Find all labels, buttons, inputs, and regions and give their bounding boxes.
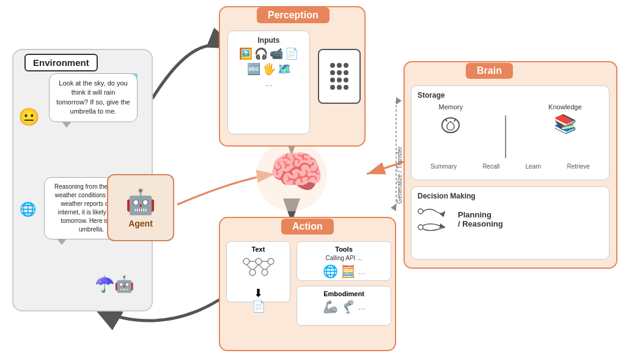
action-title: Action (281, 219, 334, 235)
svg-point-22 (418, 225, 423, 230)
knowledge-label: Knowledge (548, 103, 581, 111)
svg-point-11 (268, 258, 274, 264)
embodiment-label: Embodiment (301, 290, 387, 297)
text-output-box: Text ⬇ 📄 (226, 241, 290, 302)
svg-line-23 (439, 225, 445, 227)
network-icon (230, 255, 286, 284)
person-icon: 😐 (18, 107, 40, 127)
encoder-dot (330, 78, 335, 82)
memory-item: Memory (438, 103, 463, 142)
hand-icon: 🖐️ (262, 62, 276, 76)
agent-label: Agent (128, 219, 153, 228)
mechanical-arm-icon: 🦿 (341, 299, 356, 314)
memory-label: Memory (439, 103, 463, 111)
inputs-dots: ... (233, 78, 304, 88)
text-doc-icon: 📄 (230, 300, 286, 313)
video-icon: 📹 (270, 47, 283, 60)
encoder-dot (337, 70, 342, 75)
svg-point-20 (418, 209, 423, 214)
tools-icons-row: 🌐 🧮 ... (301, 264, 387, 278)
brain-title: Brain (466, 63, 513, 79)
encoder-dot (344, 85, 348, 90)
storage-items: Memory Knowledge 📚 (418, 103, 603, 158)
headphones-icon: 🎧 (254, 47, 268, 60)
reasoning-text: / Reasoning (458, 219, 503, 228)
svg-point-9 (243, 258, 249, 264)
web-icon: 🌐 (20, 202, 36, 217)
planning-reasoning-text: Planning / Reasoning (458, 210, 503, 228)
storage-box: Storage Memory Knowledge 📚 (411, 86, 609, 180)
image-icon: 🖼️ (239, 47, 252, 60)
svg-point-13 (262, 269, 268, 275)
svg-line-19 (266, 264, 271, 269)
robot-arm-icon: 🦾 (323, 299, 338, 314)
decision-box: Decision Making (411, 186, 609, 260)
decision-icons (418, 205, 448, 233)
encoder-dot (344, 78, 348, 82)
summary-label: Summary (430, 163, 457, 170)
generalize-arrow (390, 95, 402, 214)
inputs-icons: 🖼️ 🎧 📹 📄 🔤 🖐️ 🗺️ (233, 47, 304, 76)
svg-line-17 (254, 264, 259, 269)
perception-title: Perception (257, 7, 330, 23)
svg-line-24 (439, 227, 445, 229)
encoder-dot (337, 85, 342, 90)
svg-line-16 (246, 264, 251, 269)
agent-box: 🤖 Agent (107, 174, 174, 241)
storage-label: Storage (418, 91, 603, 100)
encoder-row-3 (330, 78, 348, 82)
memory-icon (438, 113, 463, 142)
brain-center-icon: 🧠 (269, 150, 324, 194)
storage-divider (505, 115, 506, 158)
tools-icons: Calling API ... (301, 255, 387, 261)
text-output-label: Text (230, 246, 286, 253)
text-down-arrow: ⬇ (230, 286, 286, 300)
encoder-row-2 (330, 70, 348, 75)
encoder-dot (344, 63, 348, 68)
planning-icon-row (418, 205, 448, 217)
encoder-row-4 (330, 85, 348, 90)
recall-label: Recall (482, 163, 499, 170)
inputs-label: Inputs (233, 36, 304, 45)
reasoning-icon-row (418, 221, 448, 233)
knowledge-icon: 📚 (554, 113, 576, 134)
encoder-dot (330, 85, 335, 90)
encoder-dot (337, 78, 342, 82)
decision-content: Planning / Reasoning (418, 205, 603, 233)
calling-api-text: Calling API ... (325, 255, 362, 261)
tools-label: Tools (301, 246, 387, 253)
encoder-dot (330, 63, 335, 68)
decision-label: Decision Making (418, 192, 603, 200)
encoder-dot (344, 70, 348, 75)
encoder-dot (330, 70, 335, 75)
calc-tool-icon: 🧮 (341, 264, 356, 278)
diagram-container: Environment 😐 Look at the sky, do you th… (0, 0, 626, 364)
encoder-box (318, 49, 361, 104)
learn-label: Learn (526, 163, 542, 170)
agent-robot-icon: 🤖 (125, 187, 156, 216)
svg-point-12 (249, 269, 256, 275)
map-icon: 🗺️ (278, 62, 291, 76)
svg-line-18 (259, 264, 263, 269)
tools-dots: ... (358, 266, 366, 276)
speech-bubble-1: Look at the sky, do you think it will ra… (49, 73, 138, 122)
globe-tool-icon: 🌐 (323, 264, 338, 278)
embodiment-icons: 🦾 🦿 ... (301, 299, 387, 314)
text-icon: 🔤 (247, 62, 260, 76)
planning-text: Planning (458, 210, 503, 219)
knowledge-item: Knowledge 📚 (548, 103, 581, 134)
encoder-dot (337, 63, 342, 68)
inputs-box: Inputs 🖼️ 🎧 📹 📄 🔤 🖐️ 🗺️ ... (227, 31, 310, 134)
embodiment-dots: ... (358, 302, 366, 311)
svg-point-10 (256, 258, 262, 264)
document-icon: 📄 (285, 47, 298, 60)
retrieve-label: Retrieve (567, 163, 590, 170)
environment-label: Environment (24, 54, 98, 71)
embodiment-box: Embodiment 🦾 🦿 ... (296, 286, 391, 326)
storage-actions: Summary Recall Learn Retrieve (418, 163, 603, 170)
encoder-row-1 (330, 63, 348, 68)
umbrella-icon: ☂️🤖 (95, 275, 134, 294)
tools-box: Tools Calling API ... 🌐 🧮 ... (296, 241, 391, 281)
